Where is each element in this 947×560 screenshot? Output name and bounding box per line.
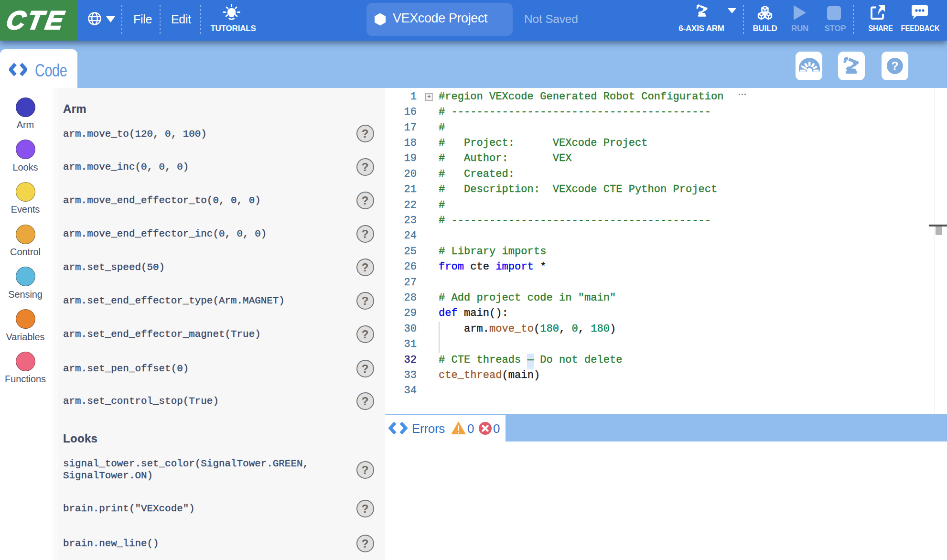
svg-text:?: ? [891,59,898,73]
